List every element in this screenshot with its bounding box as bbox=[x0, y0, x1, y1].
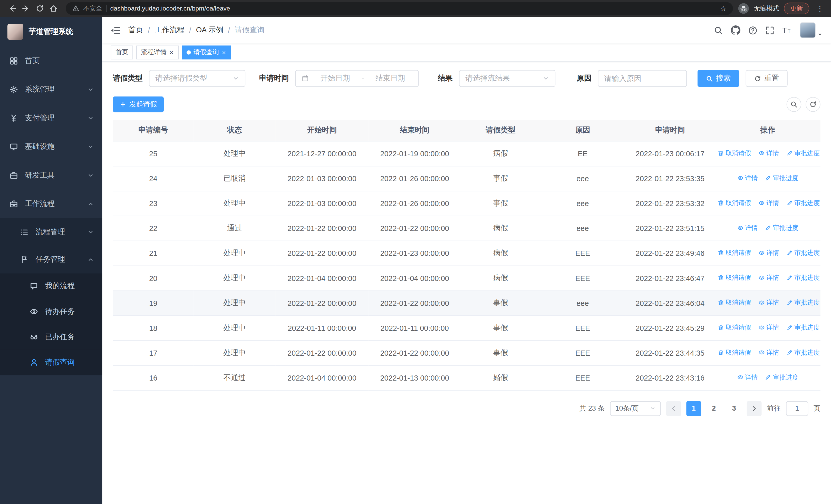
github-link[interactable] bbox=[731, 25, 740, 35]
approval-progress-link[interactable]: 审批进度 bbox=[786, 323, 820, 332]
detail-link[interactable]: 详情 bbox=[758, 323, 779, 332]
approval-progress-link[interactable]: 审批进度 bbox=[786, 149, 820, 158]
detail-link[interactable]: 详情 bbox=[758, 248, 779, 257]
tag-home[interactable]: 首页 bbox=[111, 46, 133, 59]
browser-controls: 无痕模式 更新 ⋮ bbox=[738, 3, 826, 14]
update-button[interactable]: 更新 bbox=[784, 3, 809, 14]
page-2-button[interactable]: 2 bbox=[707, 401, 721, 416]
chevron-right-icon bbox=[751, 405, 757, 412]
gear-icon bbox=[9, 85, 18, 94]
goto-page-input[interactable] bbox=[786, 401, 808, 416]
leave-type-select[interactable]: 请选择请假类型 bbox=[149, 70, 245, 87]
next-page-button[interactable] bbox=[747, 401, 762, 416]
header-search-button[interactable] bbox=[714, 26, 723, 35]
detail-link[interactable]: 详情 bbox=[737, 224, 758, 233]
approval-progress-link[interactable]: 审批进度 bbox=[786, 273, 820, 282]
font-size-button[interactable]: TT bbox=[782, 26, 792, 34]
sidebar-item-infrastructure[interactable]: 基础设施 bbox=[0, 132, 103, 161]
show-search-button[interactable] bbox=[786, 97, 801, 112]
refresh-icon bbox=[809, 100, 816, 108]
detail-link[interactable]: 详情 bbox=[758, 273, 779, 282]
refresh-table-button[interactable] bbox=[806, 97, 821, 112]
detail-link[interactable]: 详情 bbox=[758, 298, 779, 307]
cancel-leave-link[interactable]: 取消请假 bbox=[718, 149, 751, 158]
search-button[interactable]: 搜索 bbox=[697, 70, 739, 87]
detail-link[interactable]: 详情 bbox=[758, 348, 779, 357]
cancel-leave-link[interactable]: 取消请假 bbox=[718, 348, 751, 357]
apply-time-label: 申请时间 bbox=[259, 73, 289, 83]
sidebar-item-process-management[interactable]: 流程管理 bbox=[0, 218, 103, 246]
detail-link[interactable]: 详情 bbox=[758, 149, 779, 158]
close-icon[interactable]: × bbox=[222, 49, 226, 55]
approval-progress-link[interactable]: 审批进度 bbox=[786, 348, 820, 357]
fullscreen-button[interactable] bbox=[765, 26, 774, 35]
detail-link[interactable]: 详情 bbox=[737, 174, 758, 183]
address-bar[interactable]: 不安全 dashboard.yudao.iocoder.cn/bpm/oa/le… bbox=[66, 2, 733, 15]
glasses-icon bbox=[30, 333, 38, 341]
sidebar-item-system[interactable]: 系统管理 bbox=[0, 75, 103, 104]
breadcrumb-home[interactable]: 首页 bbox=[128, 25, 143, 35]
approval-progress-link[interactable]: 审批进度 bbox=[765, 224, 798, 233]
reset-button[interactable]: 重置 bbox=[746, 70, 787, 87]
back-button[interactable] bbox=[5, 2, 19, 15]
approval-progress-link[interactable]: 审批进度 bbox=[765, 373, 798, 382]
eye-icon bbox=[737, 225, 744, 231]
sidebar-item-my-process[interactable]: 我的流程 bbox=[0, 273, 103, 299]
flag-icon bbox=[20, 255, 28, 264]
toolbox-icon bbox=[9, 171, 18, 180]
sidebar-item-home[interactable]: 首页 bbox=[0, 47, 103, 76]
approval-progress-link[interactable]: 审批进度 bbox=[786, 248, 820, 257]
bookmark-star-icon[interactable]: ☆ bbox=[720, 5, 726, 12]
apply-time-range-picker[interactable]: 开始日期 - 结束日期 bbox=[295, 70, 419, 87]
cancel-leave-link[interactable]: 取消请假 bbox=[718, 199, 751, 208]
sidebar-item-todo-tasks[interactable]: 待办任务 bbox=[0, 299, 103, 324]
cancel-leave-link[interactable]: 取消请假 bbox=[718, 298, 751, 307]
close-icon[interactable]: × bbox=[169, 49, 174, 55]
leave-type-label: 请假类型 bbox=[113, 73, 143, 83]
table-tools bbox=[786, 97, 821, 112]
approval-progress-link[interactable]: 审批进度 bbox=[786, 298, 820, 307]
search-icon bbox=[706, 75, 713, 82]
logo[interactable]: 芋道管理系统 bbox=[0, 17, 103, 47]
reason-input[interactable] bbox=[604, 74, 680, 83]
sidebar-item-leave-query[interactable]: 请假查询 bbox=[0, 350, 103, 375]
detail-link[interactable]: 详情 bbox=[737, 373, 758, 382]
detail-link[interactable]: 详情 bbox=[758, 199, 779, 208]
navbar-actions: TT bbox=[714, 22, 823, 38]
approval-progress-link[interactable]: 审批进度 bbox=[765, 174, 798, 183]
approval-progress-link[interactable]: 审批进度 bbox=[786, 199, 820, 208]
page-3-button[interactable]: 3 bbox=[726, 401, 741, 416]
tag-process-detail[interactable]: 流程详情 × bbox=[136, 46, 179, 59]
chevron-up-icon bbox=[87, 201, 94, 207]
sidebar-item-workflow[interactable]: 工作流程 bbox=[0, 190, 103, 218]
user-menu[interactable] bbox=[800, 22, 823, 38]
cancel-leave-link[interactable]: 取消请假 bbox=[718, 248, 751, 257]
breadcrumb-oa-example[interactable]: OA 示例 bbox=[196, 25, 223, 35]
prev-page-button[interactable] bbox=[666, 401, 681, 416]
help-button[interactable] bbox=[748, 26, 757, 35]
home-button[interactable] bbox=[47, 2, 61, 15]
result-select[interactable]: 请选择流结果 bbox=[459, 70, 555, 87]
cancel-leave-link[interactable]: 取消请假 bbox=[718, 273, 751, 282]
sidebar-item-payment[interactable]: 支付管理 bbox=[0, 104, 103, 133]
page-size-select[interactable]: 10条/页 bbox=[610, 401, 661, 416]
col-reason: 原因 bbox=[540, 120, 625, 141]
sidebar-collapse-button[interactable] bbox=[111, 26, 120, 34]
sidebar-item-task-management[interactable]: 任务管理 bbox=[0, 246, 103, 273]
arrow-right-icon bbox=[22, 4, 30, 13]
sidebar-item-done-tasks[interactable]: 已办任务 bbox=[0, 324, 103, 350]
tag-leave-query[interactable]: 请假查询 × bbox=[182, 46, 231, 59]
browser-menu-icon[interactable]: ⋮ bbox=[814, 4, 826, 13]
reload-button[interactable] bbox=[33, 2, 47, 15]
sidebar-item-devtools[interactable]: 研发工具 bbox=[0, 161, 103, 190]
cancel-leave-link[interactable]: 取消请假 bbox=[718, 323, 751, 332]
chat-bubble-icon bbox=[30, 282, 38, 291]
pagination: 共 23 条 10条/页 1 2 3 前往 bbox=[113, 401, 821, 416]
security-label: 不安全 bbox=[83, 4, 102, 13]
forward-button[interactable] bbox=[19, 2, 33, 15]
page-1-button[interactable]: 1 bbox=[686, 401, 701, 416]
calendar-icon bbox=[302, 75, 309, 82]
breadcrumb-workflow[interactable]: 工作流程 bbox=[155, 25, 184, 35]
create-leave-button[interactable]: 发起请假 bbox=[113, 96, 164, 112]
logo-image bbox=[7, 24, 23, 40]
